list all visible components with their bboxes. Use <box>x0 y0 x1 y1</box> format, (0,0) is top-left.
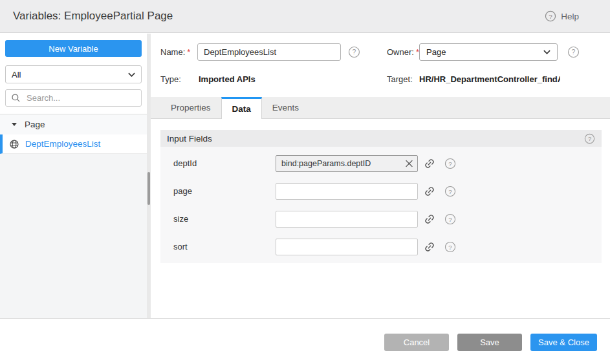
input-fields-header: Input Fields ? <box>160 130 602 147</box>
sidebar-controls: New Variable All <box>0 34 147 107</box>
page-title: Variables: EmployeePartial Page <box>13 10 173 23</box>
owner-select[interactable]: Page <box>419 43 558 61</box>
sort-value-input[interactable] <box>276 239 418 255</box>
detail-tabbar: Properties Data Events <box>151 97 610 119</box>
required-asterisk: * <box>187 47 190 57</box>
svg-text:?: ? <box>572 48 576 56</box>
tab-properties[interactable]: Properties <box>160 97 221 118</box>
chevron-down-icon <box>543 50 550 54</box>
input-field-row-deptid: deptId <box>173 149 602 177</box>
chevron-down-icon <box>128 72 135 77</box>
globe-icon <box>9 139 19 149</box>
variables-dialog: Variables: EmployeePartial Page ? Help N… <box>0 0 610 364</box>
owner-select-value: Page <box>426 47 446 57</box>
name-help-icon[interactable]: ? <box>348 46 360 58</box>
owner-help-icon[interactable]: ? <box>567 46 580 58</box>
input-fields-body: deptId <box>160 147 602 263</box>
save-button[interactable]: Save <box>457 334 522 351</box>
dialog-footer: Cancel Save Save & Close <box>0 319 610 364</box>
variables-sidebar: New Variable All <box>0 34 147 318</box>
field-help-icon[interactable]: ? <box>444 158 456 169</box>
field-label: size <box>173 214 276 224</box>
input-fields-title: Input Fields <box>167 134 212 144</box>
field-help-icon[interactable]: ? <box>444 241 456 253</box>
field-label: page <box>173 186 276 196</box>
svg-text:?: ? <box>448 243 452 250</box>
help-label: Help <box>561 12 579 21</box>
target-label: Target: <box>387 74 419 84</box>
deptid-value-input[interactable] <box>276 155 418 172</box>
svg-text:?: ? <box>448 160 452 167</box>
new-variable-button[interactable]: New Variable <box>5 40 142 57</box>
tab-data[interactable]: Data <box>221 97 262 119</box>
triangle-collapse-icon <box>12 123 17 126</box>
target-value: HR/HR_DepartmentController_findAss… <box>419 74 560 84</box>
variable-form: Name:* ? Owner:* Page <box>151 34 610 84</box>
svg-text:?: ? <box>353 48 356 56</box>
search-icon <box>11 93 21 103</box>
bind-link-icon[interactable] <box>422 239 437 254</box>
field-label: deptId <box>173 158 276 168</box>
search-box <box>5 89 142 107</box>
search-input[interactable] <box>25 92 136 103</box>
input-field-row-size: size ? <box>173 205 602 233</box>
bind-link-icon[interactable] <box>422 156 437 171</box>
titlebar: Variables: EmployeePartial Page ? Help <box>0 0 610 33</box>
tree-item-label: DeptEmployeesList <box>25 139 100 149</box>
clear-binding-icon[interactable] <box>405 159 413 167</box>
owner-label: Owner:* <box>387 47 419 57</box>
name-input[interactable] <box>197 43 341 61</box>
bind-link-icon[interactable] <box>422 184 437 198</box>
variable-filter-value: All <box>12 70 21 80</box>
help-link[interactable]: ? Help <box>545 10 579 22</box>
cancel-button[interactable]: Cancel <box>384 334 449 351</box>
data-tab-content: Input Fields ? deptId <box>151 119 610 263</box>
dialog-body: New Variable All <box>0 34 610 319</box>
bind-link-icon[interactable] <box>422 211 437 226</box>
splitter-handle[interactable] <box>147 172 150 205</box>
tree-group-page[interactable]: Page <box>0 114 147 134</box>
save-and-close-button[interactable]: Save & Close <box>530 334 597 351</box>
tree-item-deptemployeeslist[interactable]: DeptEmployeesList <box>0 134 147 154</box>
sidebar-splitter[interactable] <box>147 34 151 318</box>
field-help-icon[interactable]: ? <box>444 213 456 225</box>
type-value: Imported APIs <box>199 74 256 84</box>
input-field-row-page: page ? <box>173 177 602 205</box>
field-label: sort <box>173 242 276 252</box>
svg-text:?: ? <box>549 13 552 20</box>
svg-text:?: ? <box>448 187 452 195</box>
name-label: Name:* <box>160 47 197 57</box>
type-label: Type: <box>160 74 199 84</box>
svg-text:?: ? <box>588 135 591 142</box>
field-help-icon[interactable]: ? <box>444 186 456 197</box>
tab-events[interactable]: Events <box>262 97 309 118</box>
size-value-input[interactable] <box>276 211 418 228</box>
variable-detail-panel: Name:* ? Owner:* Page <box>151 34 610 318</box>
variables-tree: Page DeptEmployeesList <box>0 114 147 318</box>
tree-group-label: Page <box>25 120 45 129</box>
help-icon: ? <box>545 10 556 22</box>
svg-text:?: ? <box>448 215 452 222</box>
input-fields-help-icon[interactable]: ? <box>584 133 595 144</box>
variable-filter-select[interactable]: All <box>5 65 142 83</box>
input-field-row-sort: sort ? <box>173 233 602 261</box>
page-value-input[interactable] <box>276 183 418 200</box>
